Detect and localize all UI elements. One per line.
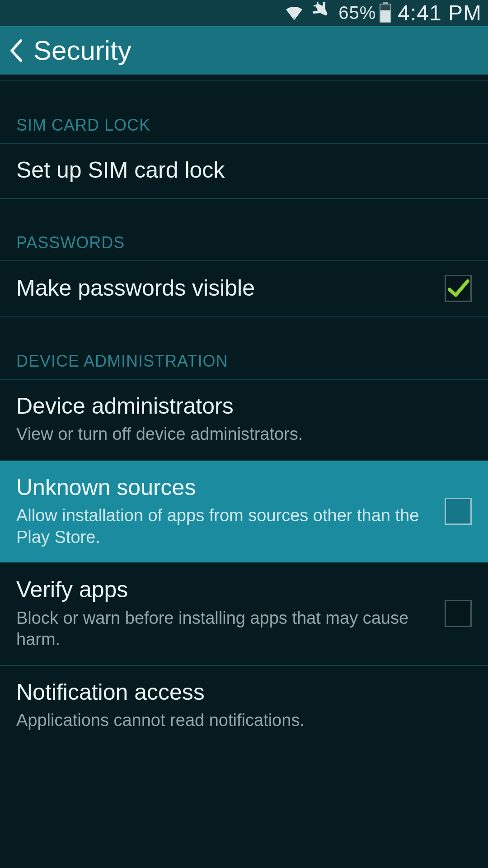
- section-header-passwords: PASSWORDS: [0, 226, 488, 261]
- row-title: Unknown sources: [16, 475, 431, 501]
- wifi-icon: ↑↓: [284, 3, 304, 23]
- battery-icon: [380, 4, 391, 23]
- section-header-sim: SIM CARD LOCK: [0, 108, 488, 144]
- row-subtitle: Allow installation of apps from sources …: [16, 505, 431, 548]
- row-title: Make passwords visible: [16, 275, 431, 302]
- spacer: [0, 199, 488, 226]
- checkbox-verify-apps[interactable]: [445, 600, 472, 627]
- row-verify-apps[interactable]: Verify apps Block or warn before install…: [0, 563, 488, 666]
- row-notification-access[interactable]: Notification access Applications cannot …: [0, 666, 488, 759]
- checkbox-unknown-sources[interactable]: [445, 498, 472, 525]
- app-bar[interactable]: Security: [0, 26, 488, 75]
- checkbox-passwords-visible[interactable]: [445, 275, 472, 302]
- row-setup-sim-card-lock[interactable]: Set up SIM card lock: [0, 144, 488, 199]
- row-title: Verify apps: [16, 577, 431, 603]
- row-title: Device administrators: [16, 393, 458, 420]
- battery-percent-label: 65%: [338, 3, 376, 23]
- section-header-device-admin: DEVICE ADMINISTRATION: [0, 344, 488, 380]
- clock-label: 4:41 PM: [398, 0, 482, 25]
- page-title: Security: [33, 35, 131, 66]
- row-subtitle: View or turn off device administrators.: [16, 424, 458, 445]
- status-icons: ↑↓ 65% 4:41 PM: [284, 0, 482, 25]
- settings-list[interactable]: SIM CARD LOCK Set up SIM card lock PASSW…: [0, 75, 488, 868]
- row-subtitle: Applications cannot read notifications.: [16, 710, 458, 731]
- partial-row-peek: [0, 75, 488, 81]
- row-title: Notification access: [16, 679, 458, 706]
- spacer: [0, 317, 488, 344]
- status-bar: ↑↓ 65% 4:41 PM: [0, 0, 488, 26]
- airplane-icon: [310, 2, 332, 24]
- back-icon[interactable]: [8, 38, 24, 63]
- spacer: [0, 81, 488, 108]
- row-title: Set up SIM card lock: [16, 157, 458, 184]
- row-device-administrators[interactable]: Device administrators View or turn off d…: [0, 380, 488, 461]
- row-subtitle: Block or warn before installing apps tha…: [16, 608, 431, 651]
- battery-indicator: 65%: [338, 3, 391, 23]
- row-unknown-sources[interactable]: Unknown sources Allow installation of ap…: [0, 461, 488, 564]
- row-make-passwords-visible[interactable]: Make passwords visible: [0, 261, 488, 317]
